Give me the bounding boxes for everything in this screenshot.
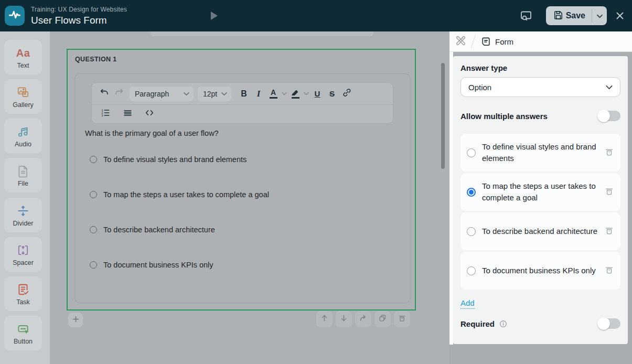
align-justify-icon	[123, 108, 133, 120]
plus-icon	[72, 315, 80, 325]
option-label: To map the steps a user takes to complet…	[103, 190, 269, 199]
redo-button[interactable]	[112, 87, 126, 101]
delete-option-button[interactable]	[604, 265, 614, 277]
move-up-button[interactable]	[316, 311, 333, 327]
palette-item-audio[interactable]: Audio	[4, 119, 42, 153]
answer-option-text[interactable]: To define visual styles and brand elemen…	[482, 141, 599, 164]
answer-type-value: Option	[468, 83, 491, 92]
radio-unselected[interactable]	[90, 226, 97, 233]
preview-button[interactable]	[520, 9, 532, 22]
question-block-selected[interactable]: QUESTION 1 Paragraph 12pt	[67, 49, 416, 311]
code-button[interactable]	[142, 106, 157, 121]
divider-icon	[16, 203, 30, 219]
header-titles: Training: UX Design for Websites User Fl…	[31, 6, 127, 26]
save-dropdown-button[interactable]	[592, 6, 607, 25]
radio-unselected[interactable]	[467, 266, 476, 275]
highlight-caret[interactable]	[303, 87, 310, 101]
radio-unselected[interactable]	[467, 148, 476, 157]
code-icon	[144, 108, 155, 120]
radio-unselected[interactable]	[90, 156, 97, 163]
paragraph-style-select[interactable]: Paragraph	[130, 87, 194, 101]
preview-icon	[520, 15, 532, 24]
panel-header: Form	[449, 31, 632, 52]
answer-option-text[interactable]: To map the steps a user takes to complet…	[482, 180, 599, 204]
underline-button[interactable]: U	[310, 87, 325, 101]
duplicate-button[interactable]	[374, 311, 391, 327]
delete-block-button[interactable]	[394, 311, 410, 327]
answer-type-select[interactable]: Option	[460, 77, 620, 97]
app-root: Training: UX Design for Websites User Fl…	[0, 0, 632, 364]
toggle-knob	[597, 317, 610, 330]
play-icon[interactable]	[211, 12, 218, 20]
palette-label: Spacer	[13, 259, 34, 266]
question-text[interactable]: What is the primary goal of a user flow?	[85, 129, 219, 137]
delete-option-button[interactable]	[604, 226, 614, 238]
answer-option-row[interactable]: To describe backend architecture	[460, 212, 620, 250]
block-action-bar	[316, 311, 410, 327]
move-down-button[interactable]	[336, 311, 352, 327]
arrow-up-icon	[320, 314, 329, 325]
canvas-scrollbar[interactable]	[441, 63, 445, 169]
delete-option-button[interactable]	[604, 186, 614, 198]
save-split-button: Save	[546, 6, 607, 25]
copy-icon	[378, 314, 387, 325]
canvas-option-4: To document business KPIs only	[90, 261, 213, 269]
palette-item-task[interactable]: Task	[4, 276, 42, 311]
palette-item-spacer[interactable]: Spacer	[4, 237, 42, 272]
panel-gutter	[449, 52, 453, 345]
move-to-button[interactable]	[355, 311, 371, 327]
task-icon	[16, 282, 30, 297]
required-toggle[interactable]	[598, 318, 620, 329]
button-icon	[16, 321, 30, 337]
close-button[interactable]	[614, 10, 626, 22]
palette-item-button[interactable]: Button	[4, 316, 42, 350]
strikethrough-button[interactable]: S	[325, 87, 339, 101]
undo-button[interactable]	[97, 87, 112, 101]
palette-item-gallery[interactable]: Gallery	[4, 79, 42, 114]
answer-option-text[interactable]: To document business KPIs only	[482, 265, 599, 276]
save-button[interactable]: Save	[546, 6, 592, 25]
palette-item-text[interactable]: Aa Text	[4, 40, 42, 74]
design-tools-button[interactable]	[455, 35, 467, 49]
add-block-button[interactable]	[68, 313, 83, 327]
breadcrumb-separator	[471, 35, 476, 48]
radio-unselected[interactable]	[467, 227, 476, 236]
question-editor[interactable]: Paragraph 12pt B I A	[74, 73, 411, 303]
form-settings-card: Answer type Option Allow multiple answer…	[453, 56, 628, 344]
answer-option-row[interactable]: To document business KPIs only	[460, 252, 620, 290]
link-button[interactable]	[339, 87, 354, 101]
text-color-caret[interactable]	[281, 87, 288, 101]
arrow-down-icon	[339, 314, 348, 325]
align-justify-button[interactable]	[120, 106, 135, 121]
font-size-value: 12pt	[203, 90, 217, 98]
add-option-link[interactable]: Add	[460, 298, 475, 309]
radio-selected[interactable]	[467, 188, 476, 197]
text-color-button[interactable]: A	[266, 87, 281, 101]
font-size-select[interactable]: 12pt	[198, 87, 231, 101]
tab-form[interactable]: Form	[495, 37, 513, 46]
palette-label: Text	[17, 62, 29, 69]
tools-icon	[455, 35, 467, 49]
palette-item-file[interactable]: File	[4, 158, 42, 192]
bold-button[interactable]: B	[237, 87, 251, 101]
ordered-list-button[interactable]: 123	[98, 106, 113, 121]
trash-icon	[398, 314, 406, 325]
allow-multiple-toggle[interactable]	[598, 111, 620, 121]
answer-option-row[interactable]: To define visual styles and brand elemen…	[460, 134, 620, 172]
highlight-button[interactable]	[288, 87, 303, 101]
answer-option-text[interactable]: To describe backend architecture	[482, 226, 599, 237]
radio-unselected[interactable]	[90, 261, 97, 269]
allow-multiple-label: Allow multiple answers	[460, 112, 548, 121]
paragraph-style-value: Paragraph	[135, 90, 169, 98]
close-icon	[614, 14, 626, 23]
italic-button[interactable]: I	[251, 87, 266, 101]
palette-item-divider[interactable]: Divider	[4, 198, 42, 232]
toolbar-row-1: Paragraph 12pt B I A	[92, 83, 393, 105]
delete-option-button[interactable]	[604, 147, 614, 159]
answer-option-row[interactable]: To map the steps a user takes to complet…	[460, 173, 620, 211]
required-row: Required	[460, 318, 620, 329]
previous-block-edge	[151, 31, 373, 36]
radio-unselected[interactable]	[90, 191, 97, 198]
answer-options-list: To define visual styles and brand elemen…	[460, 134, 620, 290]
info-icon[interactable]	[499, 319, 508, 328]
